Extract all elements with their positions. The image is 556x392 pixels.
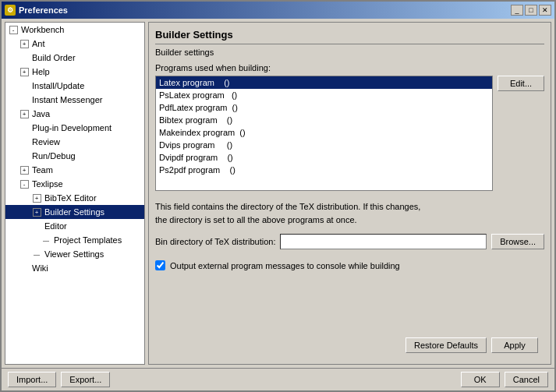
sidebar-item-ant[interactable]: + Ant [5, 37, 144, 51]
apply-button[interactable]: Apply [491, 337, 538, 353]
sidebar-item-java[interactable]: + Java [5, 107, 144, 121]
import-button[interactable]: Import... [8, 372, 56, 387]
sidebar-item-builder-settings[interactable]: + Builder Settings [5, 205, 144, 219]
programs-area: Latex program () PsLatex program () PdfL… [155, 76, 544, 191]
list-item-dvipdf-label: Dvipdf program () [159, 153, 233, 162]
minimize-button[interactable]: _ [511, 5, 523, 16]
sidebar-label-ant: Ant [30, 39, 45, 48]
expand-icon-plugin-development [18, 122, 30, 134]
titlebar-controls: _ □ ✕ [511, 5, 551, 16]
footer-right: OK Cancel [461, 372, 548, 387]
programs-list[interactable]: Latex program () PsLatex program () PdfL… [155, 76, 493, 191]
sidebar-item-team[interactable]: + Team [5, 163, 144, 177]
list-item-ps2pdf-label: Ps2pdf program () [159, 165, 236, 175]
expand-icon-wiki [18, 262, 30, 274]
sidebar-item-viewer-settings[interactable]: — Viewer Settings [5, 247, 144, 261]
ok-button[interactable]: OK [461, 372, 500, 387]
expand-icon-editor [30, 220, 43, 232]
close-button[interactable]: ✕ [539, 5, 551, 16]
sidebar-label-texlipse: Texlipse [30, 179, 63, 189]
sidebar-item-editor[interactable]: Editor [5, 219, 144, 233]
sidebar-item-wiki[interactable]: Wiki [5, 261, 144, 275]
list-item-pslatex[interactable]: PsLatex program () [156, 89, 492, 101]
bin-input[interactable] [280, 234, 487, 249]
expand-icon-bibtex-editor[interactable]: + [30, 192, 43, 204]
checkbox-row: Output external program messages to cons… [155, 260, 544, 270]
content-area: - Workbench + Ant Build Order + Help [2, 19, 554, 368]
bin-row: Bin directory of TeX distribution: Brows… [155, 234, 544, 249]
sidebar-label-instant-messenger: Instant Messenger [30, 95, 103, 104]
sidebar-item-instant-messenger[interactable]: Instant Messenger [5, 93, 144, 107]
expand-icon-builder-settings[interactable]: + [30, 206, 43, 218]
expand-icon-texlipse[interactable]: - [18, 178, 30, 190]
list-item-dvipdf[interactable]: Dvipdf program () [156, 151, 492, 164]
cancel-button[interactable]: Cancel [505, 372, 548, 387]
export-button[interactable]: Export... [61, 372, 110, 387]
sidebar-item-workbench[interactable]: - Workbench [5, 23, 144, 37]
expand-icon-ant[interactable]: + [18, 37, 30, 50]
sidebar-label-viewer-settings: Viewer Settings [43, 249, 104, 259]
browse-button[interactable]: Browse... [491, 234, 544, 249]
description-text: This field contains the directory of the… [155, 200, 544, 226]
list-item-pslatex-label: PsLatex program () [159, 90, 237, 100]
sidebar-item-project-templates[interactable]: — Project Templates [5, 233, 144, 247]
expand-icon-build-order [18, 51, 30, 64]
sidebar-label-run-debug: Run/Debug [30, 151, 76, 161]
list-item-latex[interactable]: Latex program () [156, 76, 492, 89]
expand-icon-run-debug [18, 150, 30, 162]
expand-icon-project-templates: — [40, 234, 52, 246]
sidebar-label-project-templates: Project Templates [52, 235, 122, 245]
sidebar-item-plugin-development[interactable]: Plug-in Development [5, 121, 144, 135]
sidebar-label-editor: Editor [43, 221, 67, 231]
sidebar-item-bibtex-editor[interactable]: + BibTeX Editor [5, 191, 144, 205]
expand-icon-workbench[interactable]: - [7, 23, 19, 36]
restore-defaults-button[interactable]: Restore Defaults [405, 337, 487, 353]
expand-icon-java[interactable]: + [18, 108, 30, 120]
sidebar-label-team: Team [30, 165, 53, 175]
list-item-makeindex-label: Makeindex program () [159, 128, 246, 137]
bottom-buttons: Restore Defaults Apply [155, 333, 544, 358]
expand-icon-help[interactable]: + [18, 65, 30, 78]
expand-icon-viewer-settings: — [30, 248, 43, 260]
list-item-dvips-label: Dvips program () [159, 140, 232, 150]
sidebar-item-review[interactable]: Review [5, 135, 144, 149]
sidebar-item-install-update[interactable]: Install/Update [5, 79, 144, 93]
list-item-ps2pdf[interactable]: Ps2pdf program () [156, 164, 492, 176]
main-panel: Builder Settings Builder settings Progra… [148, 22, 551, 365]
edit-button[interactable]: Edit... [498, 76, 544, 91]
sidebar-label-plugin-development: Plug-in Development [30, 123, 112, 132]
expand-icon-install-update [18, 79, 30, 92]
sidebar-item-build-order[interactable]: Build Order [5, 51, 144, 65]
sidebar-label-java: Java [30, 109, 50, 118]
sidebar-item-help[interactable]: + Help [5, 65, 144, 79]
sidebar-label-review: Review [30, 137, 60, 147]
sidebar-label-build-order: Build Order [30, 53, 76, 62]
programs-label: Programs used when building: [155, 63, 544, 72]
sidebar-label-bibtex-editor: BibTeX Editor [43, 193, 97, 203]
sidebar-label-workbench: Workbench [19, 25, 64, 34]
sidebar-item-run-debug[interactable]: Run/Debug [5, 149, 144, 163]
panel-subtitle: Builder settings [155, 48, 544, 57]
expand-icon-instant-messenger [18, 94, 30, 106]
list-item-bibtex[interactable]: Bibtex program () [156, 114, 492, 126]
expand-icon-review [18, 136, 30, 148]
list-item-pdflatex[interactable]: PdfLatex program () [156, 101, 492, 114]
preferences-window: ⚙ Preferences _ □ ✕ - Workbench + Ant [0, 0, 556, 392]
list-item-pdflatex-label: PdfLatex program () [159, 103, 238, 112]
sidebar-item-texlipse[interactable]: - Texlipse [5, 177, 144, 191]
expand-icon-team[interactable]: + [18, 164, 30, 176]
output-checkbox[interactable] [155, 260, 165, 270]
sidebar-label-help: Help [30, 67, 50, 76]
list-item-makeindex[interactable]: Makeindex program () [156, 126, 492, 139]
titlebar: ⚙ Preferences _ □ ✕ [2, 2, 554, 19]
window-icon: ⚙ [5, 5, 16, 16]
list-item-bibtex-label: Bibtex program () [159, 115, 232, 125]
main-area: - Workbench + Ant Build Order + Help [2, 19, 554, 390]
bin-label: Bin directory of TeX distribution: [155, 237, 275, 246]
sidebar-label-builder-settings: Builder Settings [43, 207, 104, 217]
checkbox-label: Output external program messages to cons… [170, 261, 400, 270]
sidebar-tree: - Workbench + Ant Build Order + Help [5, 22, 145, 365]
maximize-button[interactable]: □ [525, 5, 537, 16]
footer: Import... Export... OK Cancel [2, 368, 554, 390]
list-item-dvips[interactable]: Dvips program () [156, 139, 492, 151]
